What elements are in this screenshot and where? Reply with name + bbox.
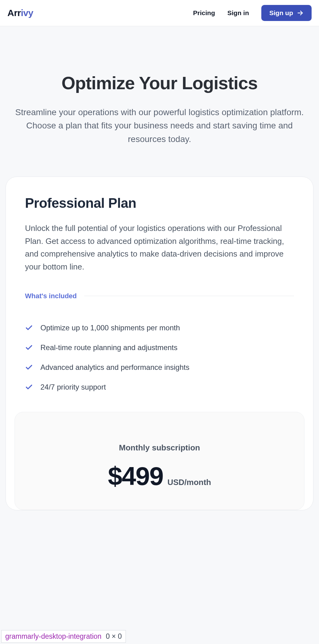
features-list: Optimize up to 1,000 shipments per month… bbox=[25, 318, 294, 397]
feature-text: Optimize up to 1,000 shipments per month bbox=[40, 324, 180, 332]
logo[interactable]: Arrivy bbox=[7, 8, 33, 18]
plan-title: Professional Plan bbox=[25, 195, 294, 211]
feature-text: 24/7 priority support bbox=[40, 383, 106, 391]
check-icon bbox=[25, 383, 33, 391]
feature-item: Real-time route planning and adjustments bbox=[25, 338, 294, 358]
signup-button[interactable]: Sign up bbox=[261, 5, 312, 21]
included-header: What's included bbox=[25, 292, 294, 300]
hero: Optimize Your Logistics Streamline your … bbox=[0, 26, 319, 177]
check-icon bbox=[25, 363, 33, 371]
nav-pricing[interactable]: Pricing bbox=[193, 9, 215, 17]
feature-item: Advanced analytics and performance insig… bbox=[25, 358, 294, 377]
feature-item: 24/7 priority support bbox=[25, 377, 294, 397]
arrow-right-icon bbox=[297, 10, 304, 16]
feature-text: Real-time route planning and adjustments bbox=[40, 343, 177, 352]
signup-label: Sign up bbox=[269, 9, 293, 17]
price-amount: $499 bbox=[108, 461, 163, 491]
header: Arrivy Pricing Sign in Sign up bbox=[0, 0, 319, 26]
hero-subtitle: Streamline your operations with our powe… bbox=[11, 106, 308, 146]
hero-title: Optimize Your Logistics bbox=[9, 73, 310, 93]
feature-item: Optimize up to 1,000 shipments per month bbox=[25, 318, 294, 338]
logo-part1: Arr bbox=[7, 8, 21, 18]
feature-text: Advanced analytics and performance insig… bbox=[40, 363, 189, 372]
logo-part2: ivy bbox=[21, 8, 33, 18]
plan-card: Professional Plan Unlock the full potent… bbox=[6, 177, 313, 510]
nav: Pricing Sign in Sign up bbox=[193, 5, 312, 21]
price-unit: USD/month bbox=[168, 478, 211, 487]
nav-signin[interactable]: Sign in bbox=[227, 9, 249, 17]
included-label: What's included bbox=[25, 292, 77, 300]
check-icon bbox=[25, 324, 33, 332]
check-icon bbox=[25, 344, 33, 352]
price-box: Monthly subscription $499 USD/month bbox=[14, 412, 304, 510]
price-label: Monthly subscription bbox=[27, 443, 292, 453]
price-line: $499 USD/month bbox=[27, 461, 292, 491]
plan-description: Unlock the full potential of your logist… bbox=[25, 222, 294, 273]
divider-line bbox=[84, 296, 294, 296]
